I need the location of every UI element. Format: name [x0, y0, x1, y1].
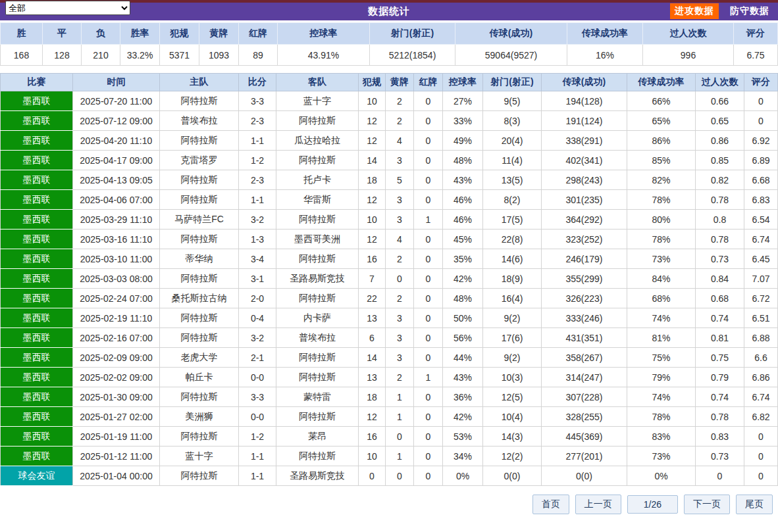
summary-stats-table: 胜平负胜率犯规黄牌红牌控球率射门(射正)传球(成功)传球成功率过人次数评分 16… — [0, 22, 778, 66]
away-team[interactable]: 阿特拉斯 — [276, 407, 359, 427]
home-team[interactable]: 马萨特兰FC — [160, 210, 239, 230]
attack-data-tab[interactable]: 进攻数据 — [670, 3, 719, 19]
stat-rating: 6.89 — [744, 151, 778, 170]
league-badge[interactable]: 墨西联 — [1, 111, 73, 131]
match-row: 墨西联2025-01-27 02:00美洲狮0-0阿特拉斯121042%10(4… — [1, 407, 778, 427]
stat-rating: 6.83 — [744, 190, 778, 210]
match-row: 墨西联2025-01-30 09:00阿特拉斯3-3蒙特雷181036%12(5… — [1, 387, 778, 407]
home-team[interactable]: 阿特拉斯 — [160, 427, 239, 447]
away-team[interactable]: 圣路易斯竞技 — [276, 269, 359, 289]
prev-page-button[interactable]: 上一页 — [575, 495, 621, 514]
league-badge[interactable]: 墨西联 — [1, 151, 73, 170]
match-row: 墨西联2025-04-20 11:10阿特拉斯1-1瓜达拉哈拉124049%20… — [1, 131, 778, 151]
match-time: 2025-02-02 09:00 — [73, 368, 160, 387]
league-badge[interactable]: 墨西联 — [1, 387, 73, 407]
match-time: 2025-01-19 11:00 — [73, 427, 160, 447]
first-page-button[interactable]: 首页 — [532, 495, 569, 514]
league-badge[interactable]: 墨西联 — [1, 249, 73, 269]
home-team[interactable]: 阿特拉斯 — [160, 269, 239, 289]
away-team[interactable]: 阿特拉斯 — [276, 447, 359, 466]
home-team[interactable]: 阿特拉斯 — [160, 190, 239, 210]
header-bar: 全部 数据统计 进攻数据 防守数据 — [0, 3, 778, 20]
away-team[interactable]: 阿特拉斯 — [276, 289, 359, 308]
away-team[interactable]: 阿特拉斯 — [276, 210, 359, 230]
defense-data-tab[interactable]: 防守数据 — [725, 3, 774, 19]
home-team[interactable]: 阿特拉斯 — [160, 170, 239, 190]
league-badge[interactable]: 墨西联 — [1, 289, 73, 308]
stat-pass-success-rate: 0% — [627, 466, 696, 486]
league-badge[interactable]: 墨西联 — [1, 190, 73, 210]
home-team[interactable]: 克雷塔罗 — [160, 151, 239, 170]
match-score: 0-4 — [239, 308, 276, 328]
page-indicator[interactable]: 1/26 — [627, 495, 678, 514]
stat-shots: 8(2) — [483, 190, 542, 210]
league-badge[interactable]: 墨西联 — [1, 368, 73, 387]
next-page-button[interactable]: 下一页 — [684, 495, 730, 514]
away-team[interactable]: 阿特拉斯 — [276, 151, 359, 170]
last-page-button[interactable]: 尾页 — [736, 495, 773, 514]
home-team[interactable]: 蓝十字 — [160, 447, 239, 466]
league-badge[interactable]: 墨西联 — [1, 308, 73, 328]
league-badge[interactable]: 墨西联 — [1, 91, 73, 111]
home-team[interactable]: 阿特拉斯 — [160, 466, 239, 486]
matches-column-header: 主队 — [160, 74, 239, 91]
away-team[interactable]: 莱昂 — [276, 427, 359, 447]
away-team[interactable]: 华雷斯 — [276, 190, 359, 210]
league-badge[interactable]: 墨西联 — [1, 328, 73, 348]
away-team[interactable]: 蒙特雷 — [276, 387, 359, 407]
away-team[interactable]: 阿特拉斯 — [276, 111, 359, 131]
home-team[interactable]: 阿特拉斯 — [160, 308, 239, 328]
away-team[interactable]: 内卡萨 — [276, 308, 359, 328]
match-score: 1-2 — [239, 427, 276, 447]
league-badge[interactable]: 球会友谊 — [1, 466, 73, 486]
stat-red-cards: 0 — [414, 407, 443, 427]
away-team[interactable]: 蓝十字 — [276, 91, 359, 111]
league-badge[interactable]: 墨西联 — [1, 210, 73, 230]
away-team[interactable]: 普埃布拉 — [276, 328, 359, 348]
stat-rating: 6.54 — [744, 210, 778, 230]
away-team[interactable]: 阿特拉斯 — [276, 249, 359, 269]
stat-dribbles: 0.83 — [696, 427, 744, 447]
league-badge[interactable]: 墨西联 — [1, 407, 73, 427]
home-team[interactable]: 阿特拉斯 — [160, 230, 239, 249]
away-team[interactable]: 墨西哥美洲 — [276, 230, 359, 249]
match-row: 墨西联2025-02-24 07:00桑托斯拉古纳2-0阿特拉斯222048%1… — [1, 289, 778, 308]
stat-dribbles: 0.84 — [696, 269, 744, 289]
away-team[interactable]: 瓜达拉哈拉 — [276, 131, 359, 151]
stat-red-cards: 0 — [414, 289, 443, 308]
stat-fouls: 0 — [359, 466, 386, 486]
match-time: 2025-03-16 11:10 — [73, 230, 160, 249]
league-badge[interactable]: 墨西联 — [1, 131, 73, 151]
stat-red-cards: 0 — [414, 131, 443, 151]
away-team[interactable]: 圣路易斯竞技 — [276, 466, 359, 486]
home-team[interactable]: 阿特拉斯 — [160, 328, 239, 348]
home-team[interactable]: 桑托斯拉古纳 — [160, 289, 239, 308]
home-team[interactable]: 蒂华纳 — [160, 249, 239, 269]
home-team[interactable]: 老虎大学 — [160, 348, 239, 368]
league-badge[interactable]: 墨西联 — [1, 269, 73, 289]
home-team[interactable]: 阿特拉斯 — [160, 91, 239, 111]
league-badge[interactable]: 墨西联 — [1, 170, 73, 190]
league-badge[interactable]: 墨西联 — [1, 348, 73, 368]
stat-passes: 338(291) — [542, 131, 627, 151]
stat-rating: 6.74 — [744, 387, 778, 407]
away-team[interactable]: 阿特拉斯 — [276, 348, 359, 368]
home-team[interactable]: 帕丘卡 — [160, 368, 239, 387]
home-team[interactable]: 阿特拉斯 — [160, 131, 239, 151]
league-badge[interactable]: 墨西联 — [1, 230, 73, 249]
matches-column-header: 黄牌 — [386, 74, 414, 91]
stat-shots: 13(5) — [483, 170, 542, 190]
stat-pass-success-rate: 79% — [627, 368, 696, 387]
league-badge[interactable]: 墨西联 — [1, 447, 73, 466]
stat-yellow-cards: 4 — [386, 131, 414, 151]
home-team[interactable]: 普埃布拉 — [160, 111, 239, 131]
stat-passes: 431(351) — [542, 328, 627, 348]
stat-passes: 277(201) — [542, 447, 627, 466]
home-team[interactable]: 美洲狮 — [160, 407, 239, 427]
away-team[interactable]: 托卢卡 — [276, 170, 359, 190]
stat-possession: 46% — [443, 190, 483, 210]
away-team[interactable]: 阿特拉斯 — [276, 368, 359, 387]
match-time: 2025-02-16 07:00 — [73, 328, 160, 348]
home-team[interactable]: 阿特拉斯 — [160, 387, 239, 407]
league-badge[interactable]: 墨西联 — [1, 427, 73, 447]
